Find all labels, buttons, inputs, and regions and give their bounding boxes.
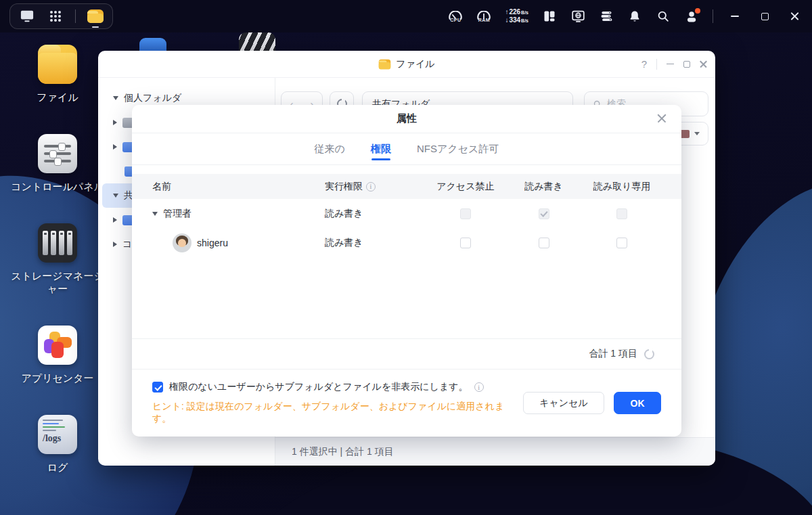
footer-options: 権限のないユーザーからサブフォルダとファイルを非表示にします。 ヒント: 設定は… <box>152 381 523 425</box>
user-avatar <box>173 233 191 252</box>
deny-access-checkbox[interactable] <box>460 208 471 219</box>
chevron-down-icon[interactable] <box>152 212 158 216</box>
cpu-monitor[interactable]: CPU <box>448 11 463 22</box>
dialog-footer: 権限のないユーザーからサブフォルダとファイルを非表示にします。 ヒント: 設定は… <box>132 369 681 436</box>
window-titlebar[interactable]: ファイル ? <box>98 51 715 78</box>
code-line <box>43 426 65 428</box>
app-center-shape <box>51 342 64 358</box>
window-title-group: ファイル <box>98 58 715 70</box>
tab-permissions[interactable]: 権限 <box>371 133 391 164</box>
maximize-button[interactable] <box>757 8 773 24</box>
control-panel-icon <box>38 134 77 173</box>
download-value: 334 <box>509 16 520 24</box>
ram-monitor[interactable]: RAM <box>476 11 491 22</box>
user-menu-button[interactable] <box>684 9 699 24</box>
cancel-button[interactable]: キャンセル <box>523 392 604 414</box>
exec-permission-value: 読み書き <box>325 237 363 249</box>
bell-icon <box>628 9 641 23</box>
running-app-indicator <box>92 26 99 28</box>
download-arrow-icon: ↓ <box>505 16 508 24</box>
close-button[interactable] <box>786 8 803 24</box>
dialog-title: 属性 <box>397 112 417 125</box>
storage-devices-button[interactable] <box>599 9 614 24</box>
app-grid-button[interactable] <box>47 7 64 25</box>
desktop-icon-logs[interactable]: /logs ログ <box>7 415 108 474</box>
show-desktop-button[interactable] <box>18 7 36 25</box>
info-icon[interactable] <box>366 182 376 192</box>
window-maximize-button[interactable] <box>683 61 690 68</box>
ok-button[interactable]: OK <box>614 392 661 414</box>
app-center-icon <box>38 326 77 365</box>
upload-speed: ↑ 226 B/s <box>505 8 528 16</box>
help-button[interactable]: ? <box>641 58 647 70</box>
window-close-button[interactable] <box>700 60 707 68</box>
download-speed: ↓ 334 B/s <box>505 16 528 24</box>
taskbar-tray: CPU RAM ↑ 226 B/s ↓ 334 B/s <box>448 8 803 24</box>
tab-nfs[interactable]: NFSアクセス許可 <box>417 133 499 164</box>
divider <box>713 9 713 23</box>
chevron-down-icon[interactable] <box>113 96 118 100</box>
cpu-label: CPU <box>450 18 461 22</box>
refresh-icon[interactable] <box>644 349 654 359</box>
hidden-desktop-icon[interactable] <box>139 38 166 51</box>
upload-unit: B/s <box>521 9 528 16</box>
sidebar-item-label: コ <box>122 238 132 250</box>
notifications-button[interactable] <box>627 9 642 24</box>
read-write-checkbox[interactable] <box>539 238 549 248</box>
download-unit: B/s <box>521 17 528 24</box>
info-icon[interactable] <box>474 382 484 392</box>
read-only-checkbox[interactable] <box>616 238 627 248</box>
chevron-right-icon[interactable] <box>113 120 117 125</box>
group-name: 管理者 <box>163 208 191 220</box>
desktop-icon-control-panel[interactable]: コントロールパネル <box>7 134 108 193</box>
chevron-right-icon[interactable] <box>113 217 117 223</box>
server-stack-icon <box>600 9 613 23</box>
search-button[interactable] <box>656 9 671 24</box>
desktop-icon-app-center[interactable]: アプリセンター <box>7 326 108 384</box>
widgets-panel-button[interactable] <box>542 9 557 24</box>
storage-manager-icon <box>38 223 77 263</box>
dialog-close-button[interactable] <box>656 112 668 125</box>
minimize-button[interactable] <box>727 8 743 24</box>
header-deny-access: アクセス禁止 <box>436 181 494 193</box>
desktop-icon-grid: ファイル コントロールパネル ストレージマネージャー アプリセンター <box>7 45 108 474</box>
taskbar-launcher <box>9 3 113 29</box>
table-row-shigeru[interactable]: shigeru 読み書き <box>132 228 681 257</box>
chevron-right-icon[interactable] <box>113 242 117 247</box>
desktop-icon-label: ストレージマネージャー <box>7 269 108 295</box>
read-only-checkbox[interactable] <box>616 208 627 219</box>
hide-subfolders-label: 権限のないユーザーからサブフォルダとファイルを非表示にします。 <box>169 381 468 393</box>
monitor-globe-icon <box>571 9 585 24</box>
code-line <box>43 430 56 431</box>
table-row-administrators[interactable]: 管理者 読み書き <box>132 199 681 228</box>
dialog-stats-row: 合計 1 項目 <box>132 338 681 369</box>
chevron-right-icon[interactable] <box>113 144 117 150</box>
sidebar-item-label: 個人フォルダ <box>124 92 181 104</box>
read-write-checkbox[interactable] <box>539 208 549 219</box>
drive-bay-icon <box>59 231 64 255</box>
network-speed-monitor[interactable]: ↑ 226 B/s ↓ 334 B/s <box>505 8 528 24</box>
desktop-icon-label: アプリセンター <box>21 372 93 384</box>
window-minimize-button[interactable] <box>667 64 674 65</box>
files-app-icon <box>38 45 77 84</box>
taskbar-files-app-button[interactable] <box>87 7 104 25</box>
permissions-table: 名前 実行権限 アクセス禁止 読み書き 読み取り専用 管理者 読み書き <box>132 174 681 257</box>
hide-subfolders-checkbox[interactable] <box>152 382 163 393</box>
close-icon <box>790 12 799 21</box>
desktop-icon-storage-manager[interactable]: ストレージマネージャー <box>7 223 108 295</box>
folder-icon <box>87 8 104 24</box>
hidden-desktop-icon[interactable] <box>239 32 275 51</box>
slider-icon <box>44 160 71 162</box>
code-line <box>43 423 59 424</box>
remote-access-button[interactable] <box>570 9 585 24</box>
slider-icon <box>44 152 71 155</box>
deny-access-checkbox[interactable] <box>460 238 471 248</box>
drive-bay-icon <box>51 231 56 255</box>
upload-arrow-icon: ↑ <box>505 8 508 16</box>
desktop-icon-files[interactable]: ファイル <box>7 45 108 104</box>
chevron-down-icon[interactable] <box>113 194 118 198</box>
tab-general[interactable]: 従来の <box>315 133 345 164</box>
table-empty-area <box>132 257 681 338</box>
search-icon <box>656 9 670 23</box>
taskbar: CPU RAM ↑ 226 B/s ↓ 334 B/s <box>0 0 812 32</box>
